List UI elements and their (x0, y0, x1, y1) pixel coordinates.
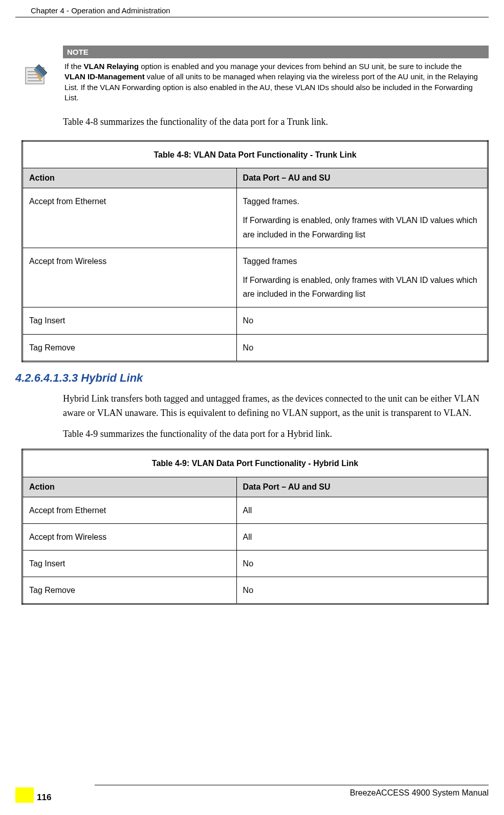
table-row: Accept from Wireless Tagged frames If Fo… (23, 248, 488, 307)
page-number-box: 116 (15, 787, 51, 803)
table-cell-action: Accept from Wireless (23, 248, 237, 307)
page-marker-icon (25, 787, 34, 803)
page-header: Chapter 4 - Operation and Administration (15, 0, 489, 17)
note-bold-2: VLAN ID-Management (64, 72, 145, 81)
section-number: 4.2.6.4.1.3.3 (15, 371, 78, 385)
table-cell-action: Tag Insert (23, 307, 237, 334)
table-header-row: Action Data Port – AU and SU (23, 168, 488, 188)
section-title: Hybrid Link (81, 371, 143, 384)
page-number: 116 (34, 792, 51, 802)
note-body: If the VLAN Relaying option is enabled a… (63, 58, 489, 105)
table-row: Tag Insert No (23, 550, 488, 577)
table-cell-port: No (236, 550, 488, 577)
table-row: Tag Remove No (23, 577, 488, 604)
table-cell-action: Accept from Ethernet (23, 188, 237, 248)
table-cell-port: Tagged frames If Forwarding is enabled, … (236, 248, 488, 307)
note-text: If the (64, 62, 84, 71)
table-row: Tag Remove No (23, 334, 488, 361)
table-cell-text: If Forwarding is enabled, only frames wi… (243, 213, 481, 241)
section-heading: 4.2.6.4.1.3.3Hybrid Link (15, 371, 489, 385)
note-label: NOTE (63, 46, 489, 58)
table-cell-action: Tag Remove (23, 577, 237, 604)
spacer (243, 268, 481, 273)
footer-divider (95, 785, 489, 785)
page-marker-icon (15, 787, 25, 803)
note-box: NOTE If the VLAN Relaying option is enab… (63, 46, 489, 105)
table-row: Tag Insert No (23, 307, 488, 334)
chapter-title: Chapter 4 - Operation and Administration (31, 6, 170, 15)
table-header-action: Action (23, 168, 237, 188)
table-row: Accept from Ethernet Tagged frames. If F… (23, 188, 488, 248)
table-title-row: Table 4-8: VLAN Data Port Functionality … (23, 141, 488, 168)
table-row: Accept from Wireless All (23, 523, 488, 550)
table-header-action: Action (23, 477, 237, 497)
table-cell-action: Tag Insert (23, 550, 237, 577)
table-hybrid-link: Table 4-9: VLAN Data Port Functionality … (21, 449, 489, 605)
intro-paragraph-1: Table 4-8 summarizes the functionality o… (63, 115, 489, 129)
table-header-port: Data Port – AU and SU (236, 477, 488, 497)
table-cell-port: All (236, 497, 488, 523)
note-text: option is enabled and you manage your de… (139, 62, 462, 71)
table-cell-port: Tagged frames. If Forwarding is enabled,… (236, 188, 488, 248)
footer-manual-title: BreezeACCESS 4900 System Manual (15, 788, 489, 798)
note-bold-1: VLAN Relaying (84, 62, 139, 71)
page-footer: BreezeACCESS 4900 System Manual (15, 785, 489, 798)
table-title: Table 4-8: VLAN Data Port Functionality … (23, 141, 488, 168)
table-cell-port: No (236, 307, 488, 334)
body-paragraph-1: Hybrid Link transfers both tagged and un… (63, 392, 489, 421)
table-title: Table 4-9: VLAN Data Port Functionality … (23, 450, 488, 477)
table-row: Accept from Ethernet All (23, 497, 488, 523)
page-content: NOTE If the VLAN Relaying option is enab… (0, 17, 504, 605)
table-cell-action: Tag Remove (23, 334, 237, 361)
table-header-row: Action Data Port – AU and SU (23, 477, 488, 497)
body-paragraph-2: Table 4-9 summarizes the functionality o… (63, 427, 489, 442)
table-cell-text: Tagged frames (243, 254, 481, 268)
table-cell-text: Tagged frames. (243, 194, 481, 208)
table-header-port: Data Port – AU and SU (236, 168, 488, 188)
table-cell-port: No (236, 334, 488, 361)
table-cell-text: If Forwarding is enabled, only frames wi… (243, 273, 481, 301)
note-pencil-icon (25, 63, 49, 86)
table-title-row: Table 4-9: VLAN Data Port Functionality … (23, 450, 488, 477)
table-cell-action: Accept from Wireless (23, 523, 237, 550)
table-cell-port: All (236, 523, 488, 550)
table-cell-action: Accept from Ethernet (23, 497, 237, 523)
spacer (243, 208, 481, 213)
table-trunk-link: Table 4-8: VLAN Data Port Functionality … (21, 140, 489, 362)
table-cell-port: No (236, 577, 488, 604)
